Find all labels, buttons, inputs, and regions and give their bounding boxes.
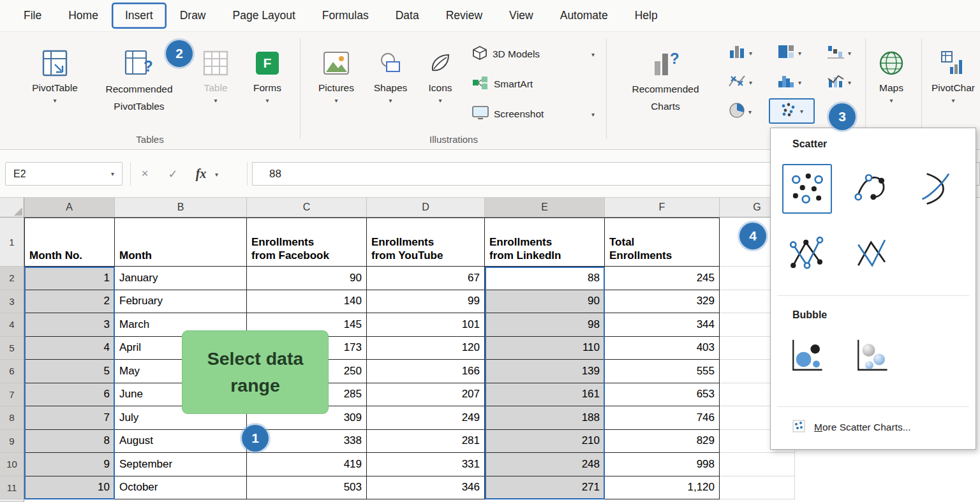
row-header-5[interactable]: 5 — [0, 337, 24, 360]
scatter-option[interactable] — [782, 164, 832, 214]
scatter-straight-lines-markers-option[interactable] — [782, 229, 832, 279]
cell-F4[interactable]: 344 — [605, 313, 720, 337]
cell-B11[interactable]: October — [115, 476, 247, 500]
cell-A6[interactable]: 5 — [24, 360, 115, 383]
cell-D4[interactable]: 101 — [367, 313, 485, 337]
cell-G10[interactable] — [720, 453, 795, 476]
cell-C3[interactable]: 140 — [247, 290, 367, 314]
column-header-D[interactable]: D — [367, 198, 485, 218]
table-button[interactable]: Table ▾ — [193, 46, 239, 104]
cell-E5[interactable]: 110 — [485, 337, 605, 360]
cell-E9[interactable]: 210 — [485, 430, 605, 454]
shapes-button[interactable]: Shapes ▾ — [368, 46, 413, 104]
line-chart-button[interactable]: ▾ — [720, 70, 761, 94]
row-header-partial[interactable] — [0, 499, 24, 502]
tab-data[interactable]: Data — [382, 3, 433, 29]
cell-A1[interactable]: Month No. — [24, 218, 115, 267]
cell-F8[interactable]: 746 — [605, 406, 720, 430]
row-header-2[interactable]: 2 — [0, 267, 24, 290]
cell-B2[interactable]: January — [115, 267, 247, 290]
scatter-straight-lines-option[interactable] — [847, 229, 897, 279]
forms-button[interactable]: F Forms ▾ — [244, 46, 291, 104]
cell-A3[interactable]: 2 — [24, 290, 115, 314]
cell-F3[interactable]: 329 — [605, 290, 720, 314]
pictures-button[interactable]: Pictures ▾ — [313, 46, 360, 104]
cell-G11[interactable] — [720, 476, 795, 500]
cell-A2[interactable]: 1 — [24, 267, 115, 290]
cell-A10[interactable]: 9 — [24, 453, 115, 476]
cell-B1[interactable]: Month — [115, 218, 247, 267]
cancel-button[interactable]: × — [131, 167, 159, 181]
select-all-corner[interactable] — [0, 198, 24, 218]
tab-home[interactable]: Home — [55, 3, 112, 29]
tab-automate[interactable]: Automate — [547, 3, 621, 29]
screenshot-button[interactable]: Screenshot ▾ — [472, 102, 595, 126]
cell-C2[interactable]: 90 — [247, 267, 367, 290]
tab-review[interactable]: Review — [433, 3, 496, 29]
cell-A9[interactable]: 8 — [24, 430, 115, 454]
cell-D3[interactable]: 99 — [367, 290, 485, 314]
cell-A4[interactable]: 3 — [24, 313, 115, 337]
tab-draw[interactable]: Draw — [167, 3, 219, 29]
row-header-9[interactable]: 9 — [0, 430, 24, 454]
cell-D1[interactable]: Enrollments from YouTube — [367, 218, 485, 267]
cell-E10[interactable]: 248 — [485, 453, 605, 476]
icons-button[interactable]: Icons ▾ — [417, 46, 463, 104]
tab-formulas[interactable]: Formulas — [309, 3, 382, 29]
bubble-option[interactable] — [782, 331, 832, 381]
pie-chart-button[interactable]: ▾ — [720, 100, 761, 124]
row-header-4[interactable]: 4 — [0, 313, 24, 337]
cell-E2[interactable]: 88 — [485, 267, 605, 290]
cell-E1[interactable]: Enrollments from LinkedIn — [485, 218, 605, 267]
tab-view[interactable]: View — [496, 3, 547, 29]
row-header-3[interactable]: 3 — [0, 290, 24, 314]
cell-E7[interactable]: 161 — [485, 383, 605, 407]
cell-F10[interactable]: 998 — [605, 453, 720, 476]
scatter-chart-button[interactable]: ▾ — [769, 98, 815, 124]
cell-E11[interactable]: 271 — [485, 476, 605, 500]
row-header-1[interactable]: 1 — [0, 218, 24, 267]
column-header-A[interactable]: A — [24, 198, 115, 218]
cell-C10[interactable]: 419 — [247, 453, 367, 476]
cell-C11[interactable]: 503 — [247, 476, 367, 500]
bubble-3d-option[interactable] — [847, 331, 897, 381]
cell-F11[interactable]: 1,120 — [605, 476, 720, 500]
cell-D8[interactable]: 249 — [367, 406, 485, 430]
cell-F7[interactable]: 653 — [605, 383, 720, 407]
more-scatter-charts-item[interactable]: More Scatter Charts... — [778, 414, 968, 441]
cell-F6[interactable]: 555 — [605, 360, 720, 383]
column-header-F[interactable]: F — [605, 198, 720, 218]
cell-E6[interactable]: 139 — [485, 360, 605, 383]
cell-E3[interactable]: 90 — [485, 290, 605, 314]
cell-D10[interactable]: 331 — [367, 453, 485, 476]
cell-E4[interactable]: 98 — [485, 313, 605, 337]
column-chart-button[interactable]: ▾ — [720, 41, 761, 65]
cell-A5[interactable]: 4 — [24, 337, 115, 360]
cell-A7[interactable]: 6 — [24, 383, 115, 407]
maps-button[interactable]: Maps ▾ — [870, 46, 912, 104]
tab-file[interactable]: File — [10, 3, 55, 29]
tab-help[interactable]: Help — [621, 3, 671, 29]
column-header-E[interactable]: E — [485, 198, 605, 218]
name-box[interactable]: E2 ▾ — [5, 162, 122, 186]
pivotchart-button[interactable]: PivotChar ▾ — [926, 46, 980, 104]
tab-page-layout[interactable]: Page Layout — [219, 3, 309, 29]
waterfall-chart-button[interactable]: ▾ — [819, 41, 859, 65]
recommended-charts-button[interactable]: ? Recommended Charts — [614, 46, 717, 115]
3d-models-button[interactable]: 3D Models ▾ — [472, 42, 595, 66]
cell-A8[interactable]: 7 — [24, 406, 115, 430]
column-header-B[interactable]: B — [115, 198, 247, 218]
cell-B9[interactable]: August — [115, 430, 247, 454]
cell-A11[interactable]: 10 — [24, 476, 115, 500]
cell-F2[interactable]: 245 — [605, 267, 720, 290]
cell-D7[interactable]: 207 — [367, 383, 485, 407]
cell-E8[interactable]: 188 — [485, 406, 605, 430]
scatter-smooth-lines-option[interactable] — [912, 164, 962, 214]
cell-D5[interactable]: 120 — [367, 337, 485, 360]
hierarchy-chart-button[interactable]: ▾ — [769, 41, 810, 65]
row-header-7[interactable]: 7 — [0, 383, 24, 407]
row-header-6[interactable]: 6 — [0, 360, 24, 383]
row-header-11[interactable]: 11 — [0, 476, 24, 500]
cell-D11[interactable]: 346 — [367, 476, 485, 500]
cell-C1[interactable]: Enrollments from Facebook — [247, 218, 367, 267]
